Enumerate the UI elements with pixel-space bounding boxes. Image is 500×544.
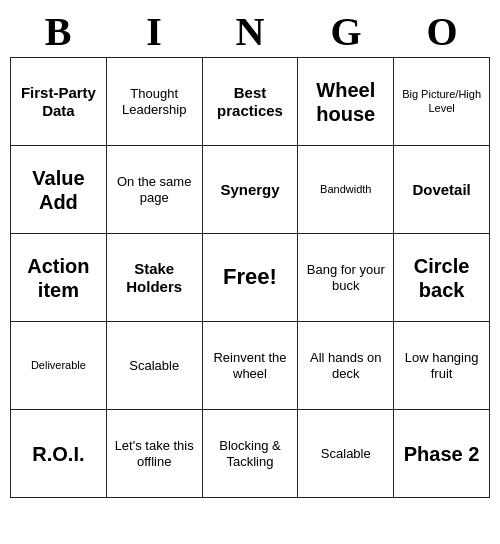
bingo-cell-6[interactable]: On the same page	[107, 146, 203, 234]
letter-i: I	[110, 8, 198, 55]
bingo-cell-3[interactable]: Wheel house	[298, 58, 394, 146]
bingo-cell-13[interactable]: Bang for your buck	[298, 234, 394, 322]
bingo-cell-21[interactable]: Let's take this offline	[107, 410, 203, 498]
bingo-cell-16[interactable]: Scalable	[107, 322, 203, 410]
letter-g: G	[302, 8, 390, 55]
bingo-cell-9[interactable]: Dovetail	[394, 146, 490, 234]
bingo-cell-19[interactable]: Low hanging fruit	[394, 322, 490, 410]
bingo-cell-5[interactable]: Value Add	[11, 146, 107, 234]
bingo-cell-2[interactable]: Best practices	[203, 58, 299, 146]
letter-b: B	[14, 8, 102, 55]
letter-o: O	[398, 8, 486, 55]
bingo-cell-12[interactable]: Free!	[203, 234, 299, 322]
bingo-cell-20[interactable]: R.O.I.	[11, 410, 107, 498]
bingo-cell-10[interactable]: Action item	[11, 234, 107, 322]
bingo-cell-18[interactable]: All hands on deck	[298, 322, 394, 410]
bingo-cell-24[interactable]: Phase 2	[394, 410, 490, 498]
bingo-cell-7[interactable]: Synergy	[203, 146, 299, 234]
bingo-cell-14[interactable]: Circle back	[394, 234, 490, 322]
bingo-card: B I N G O First-Party DataThought Leader…	[10, 8, 490, 498]
letter-n: N	[206, 8, 294, 55]
bingo-cell-4[interactable]: Big Picture/High Level	[394, 58, 490, 146]
bingo-cell-1[interactable]: Thought Leadership	[107, 58, 203, 146]
bingo-cell-8[interactable]: Bandwidth	[298, 146, 394, 234]
bingo-cell-0[interactable]: First-Party Data	[11, 58, 107, 146]
bingo-cell-17[interactable]: Reinvent the wheel	[203, 322, 299, 410]
bingo-grid: First-Party DataThought LeadershipBest p…	[10, 57, 490, 498]
bingo-header: B I N G O	[10, 8, 490, 55]
bingo-cell-22[interactable]: Blocking & Tackling	[203, 410, 299, 498]
bingo-cell-23[interactable]: Scalable	[298, 410, 394, 498]
bingo-cell-11[interactable]: Stake Holders	[107, 234, 203, 322]
bingo-cell-15[interactable]: Deliverable	[11, 322, 107, 410]
